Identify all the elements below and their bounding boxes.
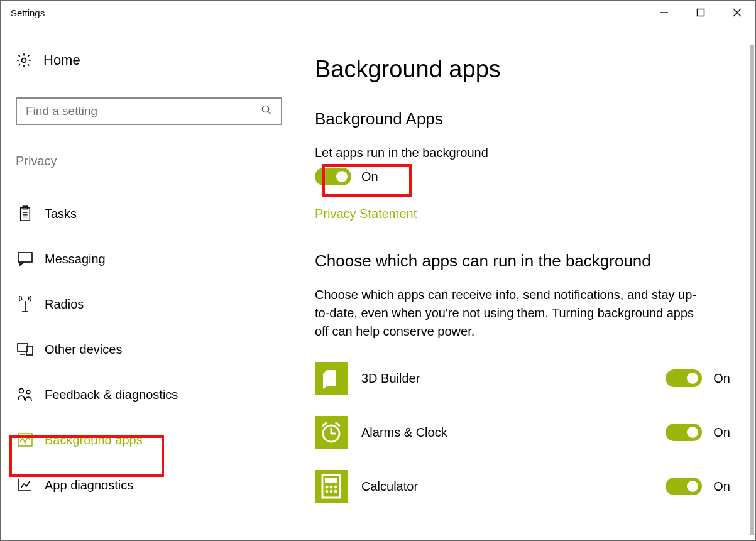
close-icon <box>733 8 742 17</box>
antenna-icon <box>17 296 33 312</box>
sidebar-item-messaging[interactable]: Messaging <box>16 236 282 281</box>
svg-point-26 <box>326 486 328 488</box>
sidebar: Home Privacy Tasks Messaging <box>1 21 296 540</box>
master-toggle-row: On <box>315 168 730 185</box>
svg-point-18 <box>19 389 24 393</box>
sidebar-item-radios[interactable]: Radios <box>16 281 282 327</box>
privacy-statement-link[interactable]: Privacy Statement <box>315 207 417 221</box>
svg-point-27 <box>330 486 332 488</box>
window-controls <box>646 3 755 23</box>
sidebar-item-label: Feedback & diagnostics <box>45 388 178 402</box>
master-toggle[interactable] <box>315 168 351 185</box>
sidebar-item-label: Background apps <box>45 433 143 447</box>
app-name: Calculator <box>361 479 652 494</box>
app-row-3d-builder: 3D Builder On <box>315 362 730 395</box>
close-button[interactable] <box>719 3 755 23</box>
svg-rect-25 <box>325 478 337 483</box>
app-toggle-alarms-clock[interactable] <box>666 424 702 441</box>
devices-icon <box>17 341 33 358</box>
sidebar-item-label: Messaging <box>45 252 106 266</box>
body: Home Privacy Tasks Messaging <box>1 21 755 540</box>
svg-rect-1 <box>698 9 704 16</box>
main-content: Background apps Background Apps Let apps… <box>296 21 755 540</box>
svg-rect-7 <box>21 208 30 221</box>
svg-point-28 <box>334 486 337 488</box>
app-name: Alarms & Clock <box>361 425 652 440</box>
section-description: Choose which apps can receive info, send… <box>315 286 704 341</box>
master-toggle-label: Let apps run in the background <box>315 144 730 161</box>
titlebar: Settings <box>1 1 755 21</box>
svg-line-6 <box>268 111 271 114</box>
maximize-icon <box>696 8 705 17</box>
sidebar-item-other-devices[interactable]: Other devices <box>16 327 282 372</box>
sidebar-item-label: Other devices <box>45 342 122 357</box>
svg-point-31 <box>334 490 337 493</box>
minimize-button[interactable] <box>646 3 682 23</box>
app-icon-3d-builder <box>315 362 348 395</box>
chart-icon <box>17 477 33 493</box>
svg-point-29 <box>326 490 328 493</box>
app-icon-alarms-clock <box>315 416 348 449</box>
gear-icon <box>16 52 32 68</box>
search-box[interactable] <box>16 97 282 125</box>
svg-rect-12 <box>18 253 32 262</box>
activity-icon <box>17 432 33 448</box>
sidebar-item-feedback[interactable]: Feedback & diagnostics <box>16 372 282 417</box>
feedback-icon <box>17 386 33 403</box>
app-toggle-3d-builder[interactable] <box>666 369 702 387</box>
master-toggle-state: On <box>361 170 378 184</box>
chat-icon <box>17 251 33 267</box>
app-name: 3D Builder <box>361 371 652 386</box>
sidebar-item-app-diagnostics[interactable]: App diagnostics <box>16 462 282 508</box>
home-label: Home <box>43 52 80 68</box>
svg-point-19 <box>26 390 30 394</box>
app-toggle-state: On <box>713 425 730 440</box>
home-button[interactable]: Home <box>16 52 282 68</box>
section-heading: Background Apps <box>315 109 730 129</box>
window-title: Settings <box>8 8 45 18</box>
sidebar-item-label: App diagnostics <box>45 478 133 493</box>
app-icon-calculator <box>315 470 348 503</box>
sidebar-item-tasks[interactable]: Tasks <box>16 191 282 236</box>
nav-list: Tasks Messaging Radios Other devices Fee <box>16 191 282 508</box>
svg-point-5 <box>262 106 269 112</box>
search-icon <box>261 104 272 118</box>
section-label: Privacy <box>16 154 282 168</box>
app-toggle-calculator[interactable] <box>666 478 702 495</box>
section-heading-2: Choose which apps can run in the backgro… <box>315 251 730 271</box>
page-title: Background apps <box>315 56 730 83</box>
sidebar-item-label: Radios <box>45 297 84 312</box>
app-row-calculator: Calculator On <box>315 470 730 503</box>
app-toggle-state: On <box>713 479 730 494</box>
search-input[interactable] <box>26 104 261 118</box>
svg-point-30 <box>330 490 332 493</box>
clipboard-icon <box>17 205 33 222</box>
scrollbar[interactable] <box>750 45 754 535</box>
app-toggle-state: On <box>713 371 730 386</box>
maximize-button[interactable] <box>682 3 719 23</box>
sidebar-item-label: Tasks <box>45 207 77 221</box>
minimize-icon <box>660 8 669 17</box>
app-row-alarms-clock: Alarms & Clock On <box>315 416 730 449</box>
settings-window: Settings Home <box>0 0 756 541</box>
svg-point-4 <box>22 58 26 63</box>
sidebar-item-background-apps[interactable]: Background apps <box>16 417 282 462</box>
